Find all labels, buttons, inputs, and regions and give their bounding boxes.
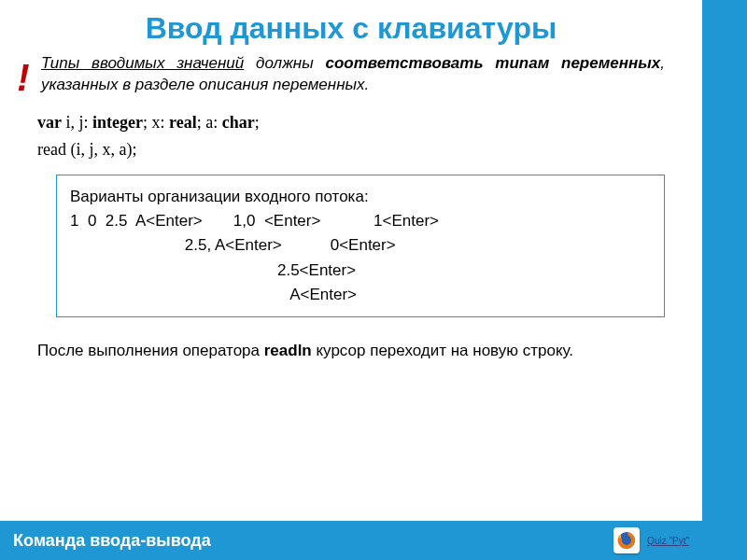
slide-content: Ввод данных с клавиатуры ! Типы вводимых…	[0, 0, 702, 560]
intro-row: ! Типы вводимых значений должны соответс…	[0, 53, 702, 104]
note-c: курсор переходит на новую строку.	[312, 342, 573, 359]
footer-bar: Команда ввода-вывода Quiz "Pyt"	[0, 521, 702, 560]
kw-integer: integer	[92, 113, 143, 132]
footer-title: Команда ввода-вывода	[13, 531, 613, 551]
intro-t1: должны	[244, 54, 325, 72]
quiz-link[interactable]: Quiz "Pyt"	[647, 536, 689, 546]
readln-note: После выполнения оператора readln курсор…	[0, 330, 702, 371]
intro-underline: Типы вводимых значений	[41, 54, 244, 72]
code-l1-f: ; a:	[197, 113, 222, 132]
note-readln: readln	[264, 342, 312, 359]
note-a: После выполнения оператора	[37, 342, 264, 359]
code-line-1: var i, j: integer; x: real; a: char;	[37, 109, 665, 136]
box-line-2: 2.5, A<Enter> 0<Enter>	[70, 233, 651, 258]
kw-var: var	[37, 113, 62, 132]
code-l1-b: i, j:	[62, 113, 92, 132]
code-l1-h: ;	[255, 113, 260, 132]
input-stream-box: Варианты организации входного потока: 1 …	[56, 175, 665, 318]
side-accent-bar	[702, 0, 747, 560]
warning-bang-icon: !	[9, 59, 37, 96]
code-l1-d: ; x:	[143, 113, 169, 132]
kw-real: real	[169, 113, 197, 132]
code-declaration: var i, j: integer; x: real; a: char; rea…	[0, 104, 702, 169]
box-line-1: 1 0 2.5 A<Enter> 1,0 <Enter> 1<Enter>	[70, 209, 651, 233]
box-line-3: 2.5<Enter>	[70, 259, 651, 283]
box-line-4: A<Enter>	[70, 283, 651, 307]
intro-paragraph: Типы вводимых значений должны соответств…	[37, 53, 665, 96]
code-line-2: read (i, j, x, a);	[37, 136, 665, 163]
kw-char: char	[222, 113, 255, 132]
slide-title: Ввод данных с клавиатуры	[0, 0, 702, 53]
box-heading: Варианты организации входного потока:	[70, 185, 651, 209]
firefox-icon[interactable]	[613, 527, 640, 553]
intro-bold: соответствовать типам переменных	[325, 54, 660, 72]
